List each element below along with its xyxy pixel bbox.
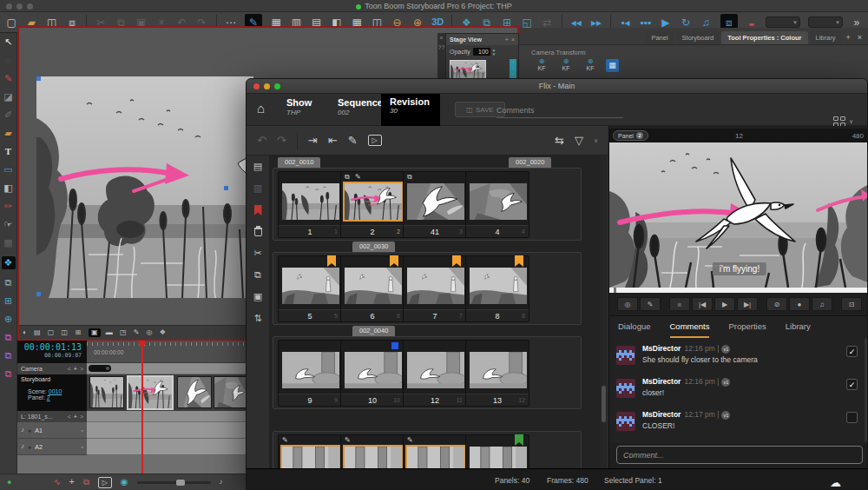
panel-preview[interactable]: i'm flyying! xyxy=(609,142,868,288)
comment-checkbox-checked[interactable]: ✓ xyxy=(846,379,858,390)
marquee-tool-icon[interactable]: ▦ xyxy=(2,238,16,248)
nav-revision-active[interactable]: Revision 30 xyxy=(381,94,440,126)
speaker-icon[interactable]: ♪ xyxy=(21,443,24,450)
panel-thumbnail[interactable]: 1010 xyxy=(340,340,404,407)
snapshot-icon[interactable]: ◎ xyxy=(617,297,638,311)
panel-thumbnail[interactable]: 88 xyxy=(465,255,529,322)
filter-chevron-icon[interactable]: ∨ xyxy=(594,137,598,143)
split-panel-icon[interactable]: ◱ xyxy=(521,17,533,28)
expand-icon[interactable]: » xyxy=(440,35,444,41)
audio-track-a2-lane[interactable] xyxy=(87,439,246,455)
panel-thumbnail[interactable]: 1211 xyxy=(403,340,467,407)
audio-track-a2-header[interactable]: ♪ ● A2 ▪ xyxy=(17,439,87,455)
panel-thumbnail[interactable]: 1312 xyxy=(465,340,529,407)
scene-tab[interactable]: 002_0030 xyxy=(352,242,395,252)
bookmark-icon[interactable] xyxy=(254,205,262,215)
camera-keyframe-bar[interactable] xyxy=(89,365,111,372)
node-tool-icon[interactable]: ❖ xyxy=(2,256,16,269)
sound-icon[interactable]: ♫ xyxy=(700,17,712,28)
mic-muted-icon[interactable]: ⊘ xyxy=(766,297,787,311)
tab-comments[interactable]: Comments xyxy=(670,321,710,338)
panel-thumbnail[interactable]: ✎ xyxy=(403,434,467,468)
copy-icon[interactable]: ⧉ xyxy=(254,270,261,280)
stamp-tool-icon[interactable]: ✐ xyxy=(2,110,16,120)
comment-input[interactable] xyxy=(616,446,863,464)
panel-thumbnail[interactable]: 11 xyxy=(278,171,342,238)
record-icon[interactable]: ● xyxy=(28,427,31,434)
camera-grid-icon[interactable]: ▦ xyxy=(606,59,619,72)
play-icon[interactable]: ▶ xyxy=(660,17,672,28)
add-keyframe-button[interactable]: ⊕KF xyxy=(533,58,550,72)
record-icon[interactable]: ● xyxy=(28,444,31,450)
stop-icon[interactable]: ■ xyxy=(669,297,690,311)
add-marker-icon[interactable]: + xyxy=(69,478,75,487)
stage-tool-icons[interactable]: ▬ ◳ ✎ ◎ ❖ xyxy=(106,329,168,336)
comment-checkbox-unchecked[interactable] xyxy=(846,412,858,423)
panel-thumbnail[interactable]: 44 xyxy=(465,171,529,238)
stage-view-mode-icons[interactable]: ◐ ▤ ▢ ◫ ⊞ xyxy=(23,329,83,336)
skip-back-icon[interactable]: |◀ xyxy=(692,297,713,311)
active-view-mode-icon[interactable]: ▣ xyxy=(89,328,101,337)
panel-thumbnail[interactable]: ✎ xyxy=(278,434,342,468)
speaker-icon[interactable]: ♪ xyxy=(21,427,24,434)
panels-icon[interactable]: ⊞ xyxy=(2,296,16,306)
timeline-ruler[interactable]: 00:00:00:00 xyxy=(87,341,246,363)
tab-storyboard[interactable]: Storyboard xyxy=(676,31,720,44)
camera-track-header[interactable]: Camera < + > xyxy=(17,363,87,374)
prev-keyframe-icon[interactable]: < xyxy=(68,366,71,372)
timeline-panel-thumb[interactable] xyxy=(89,376,124,408)
panel-thumbnail[interactable]: 77 xyxy=(403,255,467,322)
grid-scrollbar[interactable] xyxy=(601,156,607,468)
new-icon[interactable]: ▢ xyxy=(5,17,17,28)
export-icon[interactable]: ⇤ xyxy=(328,135,338,146)
cloud-sync-icon[interactable]: ☁ xyxy=(830,476,841,489)
tab-properties[interactable]: Properties xyxy=(728,321,766,338)
fullscreen-icon[interactable]: ⊡ xyxy=(841,297,862,311)
cutter-tool-icon[interactable]: ◌ xyxy=(2,56,16,65)
layer-track-lane[interactable] xyxy=(87,411,246,422)
swap-view-icon[interactable]: ⇆ xyxy=(555,135,564,146)
panel-thumbnail[interactable]: ✎ xyxy=(340,434,404,468)
record-icon[interactable]: ● xyxy=(789,297,810,311)
add-tab-icon[interactable]: + xyxy=(505,36,509,43)
timeline-panel-thumb[interactable] xyxy=(214,376,246,408)
sort-icon[interactable]: ⇅ xyxy=(253,314,261,323)
clip-icon[interactable]: ⧉ xyxy=(83,478,89,487)
volume-icon[interactable]: ♫ xyxy=(812,297,832,311)
add-keyframe-icon[interactable]: + xyxy=(74,366,77,372)
tab-dialogue[interactable]: Dialogue xyxy=(618,321,651,338)
panel-thumbnail[interactable]: 99 xyxy=(278,340,342,407)
timeline-panel-thumb-selected[interactable] xyxy=(127,375,174,410)
prev-icon[interactable]: < xyxy=(68,414,71,420)
scene-tab[interactable]: 002_0040 xyxy=(352,326,395,336)
text-tool-icon[interactable]: T xyxy=(2,147,16,156)
sync-icon[interactable]: ◉ xyxy=(121,478,128,487)
paint-tool-icon[interactable]: ◧ xyxy=(2,183,16,193)
eraser-tool-icon[interactable]: ◪ xyxy=(2,92,16,102)
panel-thumbnail[interactable]: 66 xyxy=(340,255,404,322)
panel-thumbnail[interactable] xyxy=(465,434,529,468)
scrollbar-thumb[interactable] xyxy=(602,386,606,422)
volume-icon[interactable]: ♪ xyxy=(220,479,223,486)
loop-icon[interactable]: ↻ xyxy=(680,17,692,28)
pink-layer-icon[interactable]: ⧉ xyxy=(2,333,16,342)
undo-icon[interactable]: ↶ xyxy=(257,135,266,146)
close-tab-icon[interactable]: × xyxy=(855,33,865,44)
collapsed-panel-strip[interactable]: » ?? xyxy=(437,33,445,83)
play-range-icon[interactable]: ▷ xyxy=(98,477,112,488)
paste-icon[interactable]: ▣ xyxy=(253,292,262,301)
rectangle-tool-icon[interactable]: ▭ xyxy=(2,165,16,175)
scene-link[interactable]: 0010 xyxy=(49,388,62,394)
panel-thumbnail[interactable]: 55 xyxy=(278,255,342,322)
tab-tool-properties[interactable]: Tool Properties : Colour xyxy=(721,31,807,44)
tab-library[interactable]: Library xyxy=(786,321,811,338)
toolbar-overflow-icon[interactable]: » xyxy=(851,17,863,28)
lock-icon[interactable]: ▪ xyxy=(82,427,83,434)
tool-preset-dropdown[interactable]: ▾ xyxy=(766,17,800,28)
camera-track-lane[interactable] xyxy=(87,363,246,374)
home-icon[interactable]: ⌂ xyxy=(257,101,265,116)
skip-forward-icon[interactable]: ▶| xyxy=(737,297,758,311)
opacity-input[interactable]: 100 xyxy=(473,48,490,56)
timeline-zoom-slider[interactable] xyxy=(137,481,211,484)
audio-track-a1-lane[interactable] xyxy=(87,422,246,439)
